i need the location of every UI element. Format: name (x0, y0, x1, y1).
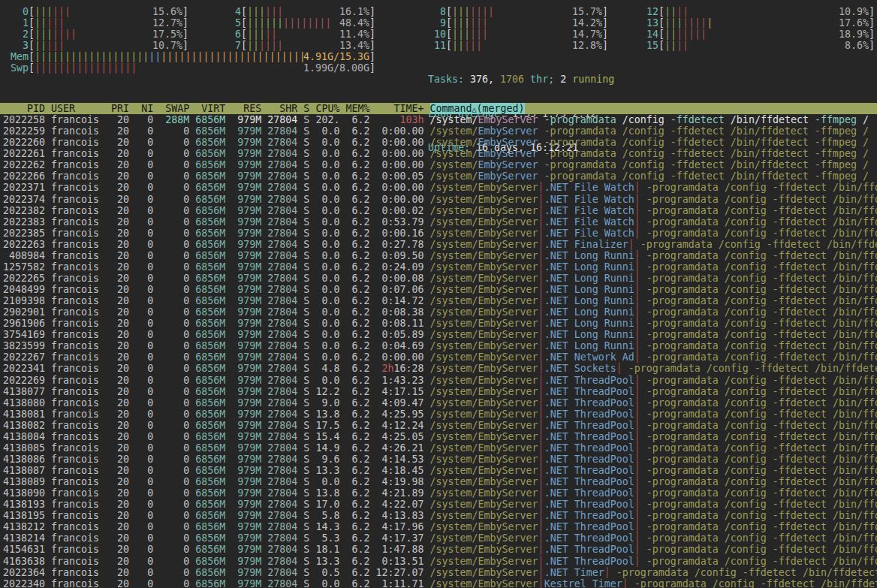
thread-name: .NET File Watch (544, 228, 634, 239)
process-row-2022260[interactable]: 2022260 francois 20 0 0 6856M 979M 27804… (0, 137, 877, 148)
process-row-4138212[interactable]: 4138212 francois 20 0 0 6856M 979M 27804… (0, 521, 877, 532)
cell-command: /system/EmbyServer│.NET Long Runni│ -pro… (430, 306, 877, 318)
column-header-pid[interactable]: PID (3, 103, 51, 114)
column-header-user[interactable]: USER (51, 103, 111, 114)
process-row-2022383[interactable]: 2022383 francois 20 0 0 6856M 979M 27804… (0, 216, 877, 228)
process-row-2022261[interactable]: 2022261 francois 20 0 0 6856M 979M 27804… (0, 148, 877, 159)
process-row-2022371[interactable]: 2022371 francois 20 0 0 6856M 979M 27804… (0, 182, 877, 193)
process-row-4138090[interactable]: 4138090 francois 20 0 0 6856M 979M 27804… (0, 487, 877, 499)
column-header-swap[interactable]: SWAP (159, 103, 195, 114)
cell-virt: 6856M (195, 578, 225, 588)
cell-user: francois (51, 578, 111, 588)
thread-name-separator: │ (538, 386, 544, 397)
cell-state: S (297, 499, 315, 510)
column-header-cpu[interactable]: CPU% (315, 103, 345, 114)
process-row-4138084[interactable]: 4138084 francois 20 0 0 6856M 979M 27804… (0, 431, 877, 442)
process-row-4138082[interactable]: 4138082 francois 20 0 0 6856M 979M 27804… (0, 420, 877, 431)
process-row-4138195[interactable]: 4138195 francois 20 0 0 6856M 979M 27804… (0, 510, 877, 521)
process-row-2022259[interactable]: 2022259 francois 20 0 0 6856M 979M 27804… (0, 125, 877, 137)
process-row-2022382[interactable]: 2022382 francois 20 0 0 6856M 979M 27804… (0, 205, 877, 216)
process-row-4138085[interactable]: 4138085 francois 20 0 0 6856M 979M 27804… (0, 442, 877, 454)
column-header-res[interactable]: RES (231, 103, 267, 114)
process-row-4138086[interactable]: 4138086 francois 20 0 0 6856M 979M 27804… (0, 454, 877, 465)
process-row-3754169[interactable]: 3754169 francois 20 0 0 6856M 979M 27804… (0, 329, 877, 340)
cell-mem: 6.2 (345, 261, 375, 273)
cpu-meter-bar: ||||| (35, 17, 152, 29)
process-row-2022269[interactable]: 2022269 francois 20 0 0 6856M 979M 27804… (0, 375, 877, 386)
process-row-2022385[interactable]: 2022385 francois 20 0 0 6856M 979M 27804… (0, 228, 877, 239)
thread-name: .NET File Watch (544, 182, 634, 193)
cell-swap: 0 (159, 567, 189, 578)
cell-state: S (297, 476, 315, 487)
cell-virt: 6856M (195, 273, 225, 284)
process-row-2022267[interactable]: 2022267 francois 20 0 0 6856M 979M 27804… (0, 351, 877, 363)
column-header-pri[interactable]: PRI (111, 103, 135, 114)
cell-ni: 0 (135, 250, 159, 261)
process-row-2022262[interactable]: 2022262 francois 20 0 0 6856M 979M 27804… (0, 159, 877, 170)
process-row-4138214[interactable]: 4138214 francois 20 0 0 6856M 979M 27804… (0, 532, 877, 544)
cell-time: 0:08.11 (375, 318, 429, 329)
column-header-s[interactable]: S (303, 103, 315, 114)
cell-state: S (297, 556, 315, 567)
cell-ni: 0 (135, 397, 159, 409)
cpu-meter-2: 2[|||||||17.5%] (11, 29, 188, 40)
cell-mem: 6.2 (345, 499, 375, 510)
cell-swap: 0 (159, 409, 189, 420)
cell-ni: 0 (135, 409, 159, 420)
cell-command: /system/EmbyServer -programdata /config … (430, 114, 869, 125)
process-row-2022266[interactable]: 2022266 francois 20 0 0 6856M 979M 27804… (0, 170, 877, 182)
process-row-4154631[interactable]: 4154631 francois 20 0 0 6856M 979M 27804… (0, 544, 877, 555)
cell-mem: 6.2 (345, 567, 375, 578)
process-row-2022263[interactable]: 2022263 francois 20 0 0 6856M 979M 27804… (0, 239, 877, 250)
column-header-shr[interactable]: SHR (267, 103, 303, 114)
cell-state: S (297, 273, 315, 284)
cell-state: S (297, 194, 315, 205)
cell-user: francois (51, 465, 111, 476)
cell-time: 4:17.96 (375, 521, 429, 532)
command-basename: EmbyServer (478, 137, 538, 148)
process-row-2048499[interactable]: 2048499 francois 20 0 0 6856M 979M 27804… (0, 284, 877, 295)
thread-name: .NET File Watch (544, 194, 634, 205)
process-row-2961906[interactable]: 2961906 francois 20 0 0 6856M 979M 27804… (0, 318, 877, 329)
process-row-2902901[interactable]: 2902901 francois 20 0 0 6856M 979M 27804… (0, 306, 877, 318)
cell-command: /system/EmbyServer│.NET ThreadPool│ -pro… (430, 465, 877, 476)
cell-mem: 6.2 (345, 228, 375, 239)
process-row-1257582[interactable]: 1257582 francois 20 0 0 6856M 979M 27804… (0, 261, 877, 273)
thread-name-separator: │ (538, 544, 544, 555)
cpu-meter-value: 17.6% (839, 17, 869, 29)
process-row-4163638[interactable]: 4163638 francois 20 0 0 6856M 979M 27804… (0, 556, 877, 567)
cell-shr: 27804 (267, 544, 297, 555)
cell-command: /system/EmbyServer│.NET Long Runni│ -pro… (430, 250, 877, 261)
process-row-4138077[interactable]: 4138077 francois 20 0 0 6856M 979M 27804… (0, 386, 877, 397)
cell-user: francois (51, 454, 111, 465)
cell-user: francois (51, 351, 111, 363)
process-row-4138081[interactable]: 4138081 francois 20 0 0 6856M 979M 27804… (0, 409, 877, 420)
column-header-virt[interactable]: VIRT (195, 103, 231, 114)
cell-mem: 6.2 (345, 194, 375, 205)
cell-shr: 27804 (267, 182, 297, 193)
cell-pid: 408984 (3, 250, 51, 261)
process-row-3823599[interactable]: 3823599 francois 20 0 0 6856M 979M 27804… (0, 340, 877, 351)
cpu-meter-label: 11 (428, 40, 446, 51)
process-row-2022258[interactable]: 2022258 francois 20 0 288M 6856M 979M 27… (0, 114, 877, 125)
process-row-2022364[interactable]: 2022364 francois 20 0 0 6856M 979M 27804… (0, 567, 877, 578)
process-row-2022341[interactable]: 2022341 francois 20 0 0 6856M 979M 27804… (0, 363, 877, 374)
process-row-408984[interactable]: 408984 francois 20 0 0 6856M 979M 27804 … (0, 250, 877, 261)
column-header-mem[interactable]: MEM% (345, 103, 375, 114)
process-row-2109398[interactable]: 2109398 francois 20 0 0 6856M 979M 27804… (0, 295, 877, 306)
cell-pid: 4138077 (3, 386, 51, 397)
process-row-2022265[interactable]: 2022265 francois 20 0 0 6856M 979M 27804… (0, 273, 877, 284)
process-row-2022340[interactable]: 2022340 francois 20 0 0 6856M 979M 27804… (0, 578, 877, 588)
process-row-4138080[interactable]: 4138080 francois 20 0 0 6856M 979M 27804… (0, 397, 877, 409)
cell-virt: 6856M (195, 205, 225, 216)
cell-ni: 0 (135, 159, 159, 170)
cell-cpu: 12.2 (315, 386, 345, 397)
process-row-2022374[interactable]: 2022374 francois 20 0 0 6856M 979M 27804… (0, 194, 877, 205)
process-row-4138089[interactable]: 4138089 francois 20 0 0 6856M 979M 27804… (0, 476, 877, 487)
column-header-command[interactable]: Command△(merged) (430, 103, 525, 114)
column-header-ni[interactable]: NI (135, 103, 159, 114)
process-row-4138193[interactable]: 4138193 francois 20 0 0 6856M 979M 27804… (0, 499, 877, 510)
column-header-time[interactable]: TIME+ (375, 103, 429, 114)
process-row-4138087[interactable]: 4138087 francois 20 0 0 6856M 979M 27804… (0, 465, 877, 476)
cell-ni: 0 (135, 340, 159, 351)
